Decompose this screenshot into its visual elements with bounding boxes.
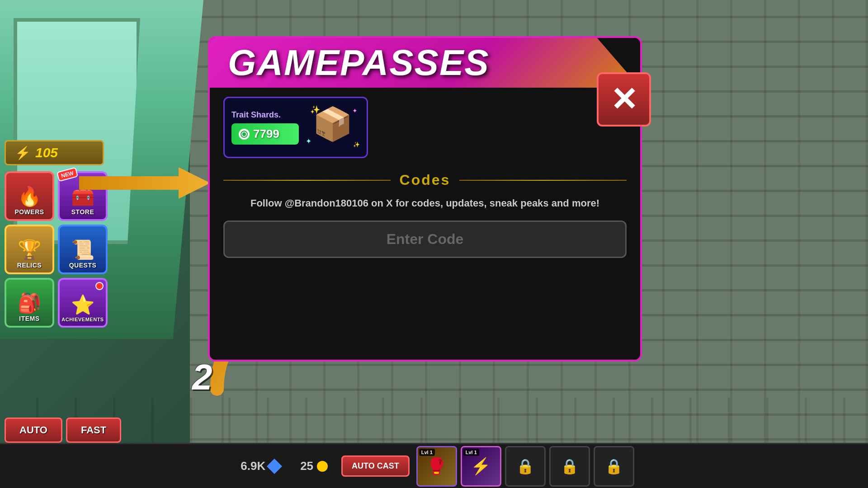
- sidebar-item-powers[interactable]: 🔥 POWERS: [5, 171, 54, 221]
- notification-dot: [95, 282, 104, 290]
- trait-card-label: Trait Shards.: [231, 110, 299, 120]
- powers-label: POWERS: [14, 208, 44, 216]
- bottom-bar: 6.9K 25 AUTO CAST Lvl 1 🥊 Lvl 1 ⚡ 🔒 🔒 🔒: [0, 443, 868, 488]
- close-button[interactable]: ✕: [597, 72, 651, 127]
- trait-shards-card[interactable]: Trait Shards. 7799 📦 ✨ ✦ ✦ ✨: [223, 97, 368, 158]
- sidebar-item-achievements[interactable]: ⭐ ACHIEVEMENTS: [58, 278, 108, 328]
- annotation-number-2: 2: [192, 359, 212, 395]
- sidebar-item-quests[interactable]: 📜 QUESTS: [58, 225, 108, 274]
- divider-left: [223, 180, 391, 181]
- ability-slot-4[interactable]: 🔒: [549, 446, 590, 487]
- ability-icon-2: ⚡: [471, 457, 491, 476]
- ability-slot-1[interactable]: Lvl 1 🥊: [416, 446, 457, 487]
- relics-icon: 🏆: [18, 239, 41, 261]
- modal-header: GAMEPASSES: [210, 38, 640, 88]
- chest-emoji: 📦: [306, 105, 360, 143]
- svg-point-3: [242, 132, 246, 136]
- sidebar-row-2: 🏆 RELICS 📜 QUESTS: [5, 225, 108, 274]
- sidebar-row-3: 🎒 ITEMS ⭐ ACHIEVEMENTS: [5, 278, 108, 328]
- codes-divider: Codes: [223, 172, 627, 188]
- store-label: STORE: [71, 208, 94, 216]
- quests-icon: 📜: [71, 239, 94, 261]
- lvl-badge-1: Lvl 1: [419, 449, 435, 456]
- ability-slot-5[interactable]: 🔒: [594, 446, 634, 487]
- quests-label: QUESTS: [69, 262, 97, 269]
- trait-price-badge: 7799: [231, 123, 299, 145]
- stat-value-2: 25: [300, 459, 313, 473]
- svg-marker-0: [79, 167, 210, 199]
- stat-badge-2: 25: [293, 457, 335, 475]
- modal-title: GAMEPASSES: [228, 42, 490, 84]
- follow-text: Follow @Brandon180106 on X for codes, up…: [223, 197, 627, 209]
- powers-icon: 🔥: [18, 185, 41, 207]
- price-value: 7799: [253, 127, 279, 141]
- code-input-placeholder: Enter Code: [234, 231, 616, 248]
- trait-card-info: Trait Shards. 7799: [231, 110, 299, 145]
- achievements-label: ACHIEVEMENTS: [61, 317, 104, 322]
- stat-value-1: 6.9K: [241, 459, 265, 473]
- lock-icon-1: 🔒: [516, 458, 534, 475]
- close-icon: ✕: [610, 83, 637, 116]
- sidebar-item-items[interactable]: 🎒 ITEMS: [5, 278, 54, 328]
- robux-icon: [239, 129, 250, 140]
- ability-icon-1: 🥊: [426, 457, 447, 476]
- ability-slots: Lvl 1 🥊 Lvl 1 ⚡ 🔒 🔒 🔒: [416, 446, 634, 487]
- energy-bar: ⚡ 105: [5, 140, 104, 165]
- items-label: ITEMS: [19, 315, 39, 322]
- modal-content: Trait Shards. 7799 📦 ✨ ✦ ✦ ✨: [210, 88, 640, 360]
- bottom-left-buttons: AUTO FAST: [5, 418, 121, 443]
- code-input-wrapper[interactable]: Enter Code: [223, 221, 627, 258]
- codes-label: Codes: [400, 172, 451, 188]
- energy-icon: ⚡: [15, 145, 31, 160]
- coin-icon: [317, 461, 328, 472]
- auto-cast-button[interactable]: AUTO CAST: [341, 455, 410, 477]
- fast-button[interactable]: FAST: [66, 418, 121, 443]
- lock-icon-3: 🔒: [605, 458, 623, 475]
- gamepasses-modal: GAMEPASSES Trait Shards. 7799 📦: [208, 36, 642, 361]
- ability-slot-2[interactable]: Lvl 1 ⚡: [461, 446, 501, 487]
- sidebar-item-relics[interactable]: 🏆 RELICS: [5, 225, 54, 274]
- lock-icon-2: 🔒: [561, 458, 579, 475]
- achievements-icon: ⭐: [71, 294, 94, 316]
- ability-slot-3[interactable]: 🔒: [505, 446, 546, 487]
- energy-value: 105: [35, 145, 58, 160]
- divider-right: [459, 180, 627, 181]
- diamond-icon: [267, 459, 282, 474]
- new-badge: NEW: [57, 167, 78, 182]
- relics-label: RELICS: [17, 262, 42, 269]
- lvl-badge-2: Lvl 1: [463, 449, 479, 456]
- items-icon: 🎒: [18, 292, 41, 314]
- arrow-1-shape: [79, 167, 210, 199]
- chest-image: 📦 ✨ ✦ ✦ ✨: [306, 105, 360, 150]
- arrow-annotation-1: 1: [79, 167, 210, 199]
- stat-badge-1: 6.9K: [234, 457, 287, 475]
- auto-button[interactable]: AUTO: [5, 418, 62, 443]
